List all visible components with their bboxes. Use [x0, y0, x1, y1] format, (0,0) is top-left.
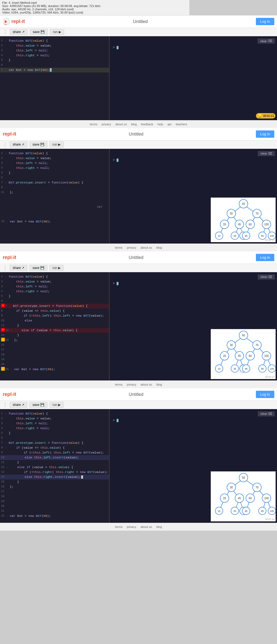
svg-text:105: 105 [270, 510, 274, 512]
footer-4: terms privacy about us blog [0, 523, 277, 531]
footer-about-1[interactable]: about us [116, 123, 127, 126]
svg-text:85: 85 [245, 235, 248, 237]
footer-blog-3[interactable]: blog [156, 383, 162, 386]
share-icon-1: ↗ [22, 30, 25, 34]
file-info-bar: File: 4. Insert Method.mp4 Size: 4399156… [0, 0, 189, 15]
login-button-4[interactable]: Log In [256, 391, 274, 398]
svg-text:50: 50 [242, 202, 245, 205]
svg-text:20: 20 [223, 497, 226, 500]
svg-text:45: 45 [238, 354, 241, 357]
run-button-1[interactable]: run ▶ [50, 29, 64, 35]
login-button-1[interactable]: Log In [256, 18, 274, 25]
file-info-line1: File: 4. Insert Method.mp4 [2, 1, 187, 4]
login-button-3[interactable]: Log In [256, 254, 274, 261]
code-line-1-4: 4 this.right = null; [0, 53, 109, 58]
code-editor-2[interactable]: 1-function BST(value) { 2 this.value = v… [0, 149, 110, 244]
output-panel-4: clear ⌫ > [110, 409, 277, 523]
menu-dots-4[interactable]: ⋮ [3, 402, 8, 408]
timestamp-badge-1: 💡 00:01:13 [256, 113, 275, 119]
share-button-3[interactable]: share ↗ [10, 265, 27, 271]
logo-2: repl›it [3, 131, 16, 137]
file-info-line2: Size: 43991567 bytes (41.95 MB), duratio… [2, 4, 187, 8]
menu-dots-3[interactable]: ⋮ [3, 265, 8, 271]
clear-button-4[interactable]: clear ⌫ [258, 411, 275, 416]
footer-about-4[interactable]: about us [141, 525, 152, 528]
code-editor-4[interactable]: 1-function BST(value) { 2 this.value = v… [0, 409, 110, 523]
footer-privacy-4[interactable]: privacy [127, 525, 136, 528]
logo-text-4: repl›it [3, 392, 16, 397]
header-3: repl›it Untitled Log In [0, 251, 277, 264]
error-icon-3-12: ✕ [1, 328, 5, 332]
footer-feedback-1[interactable]: feedback [141, 123, 153, 126]
save-button-4[interactable]: save 💾 [29, 402, 47, 408]
output-panel-1: clear ⌫ > [110, 36, 277, 120]
tree-svg-2: 50 30 70 20 45 60 100 10 35 [211, 198, 276, 242]
footer-terms-1[interactable]: terms [90, 123, 97, 126]
footer-terms-2[interactable]: terms [115, 246, 123, 249]
svg-text:10: 10 [218, 235, 220, 237]
share-button-1[interactable]: share ↗ [10, 29, 28, 35]
tree-timestamp-2: 00:02:13 [265, 239, 275, 241]
menu-dots-2[interactable]: ⋮ [3, 142, 8, 147]
login-button-2[interactable]: Log In [256, 130, 274, 138]
svg-text:85: 85 [245, 510, 248, 512]
svg-text:30: 30 [230, 344, 233, 347]
tree-timestamp-4: 00:07:13 [265, 518, 275, 521]
run-label-1: run [53, 30, 57, 34]
footer-blog-4[interactable]: blog [156, 525, 162, 528]
run-button-3[interactable]: run ▶ [50, 265, 64, 271]
footer-help-1[interactable]: help [157, 123, 163, 126]
toolbar-1: ⋮ share ↗ save 💾 run ▶ [0, 28, 277, 36]
title-4: Untitled [16, 392, 256, 397]
logo-text-3: repl›it [3, 255, 16, 260]
footer-teachers-1[interactable]: teachers [176, 123, 187, 126]
footer-blog-2[interactable]: blog [156, 246, 162, 249]
save-button-3[interactable]: save 💾 [29, 265, 47, 271]
main-content-2: 1-function BST(value) { 2 this.value = v… [0, 149, 277, 244]
share-button-4[interactable]: share ↗ [10, 402, 27, 408]
svg-text:20: 20 [223, 223, 226, 226]
timestamp-text-1: 00:01:13 [263, 114, 274, 117]
footer-terms-3[interactable]: terms [115, 383, 123, 386]
share-button-2[interactable]: share ↗ [10, 142, 27, 147]
run-button-4[interactable]: run ▶ [50, 402, 64, 408]
footer-privacy-3[interactable]: privacy [127, 383, 136, 386]
clear-button-3[interactable]: clear ⌫ [258, 274, 275, 280]
svg-text:50: 50 [242, 476, 245, 479]
footer-terms-4[interactable]: terms [115, 525, 123, 528]
footer-about-3[interactable]: about us [141, 383, 152, 386]
code-line-1-1: 1 - function BST(value) { [0, 38, 109, 43]
save-button-2[interactable]: save 💾 [29, 142, 47, 147]
output-prompt-1: > [113, 46, 117, 50]
run-button-2[interactable]: run ▶ [50, 142, 64, 147]
footer-api-1[interactable]: api [167, 123, 172, 126]
code-editor-3[interactable]: 1-function BST(value) { 2 this.value = v… [0, 272, 110, 380]
toolbar-3: ⋮ share ↗ save 💾 run ▶ [0, 264, 277, 272]
clear-label-1: clear [260, 40, 267, 43]
code-line-1-3: 3 this.left = null; [0, 48, 109, 53]
svg-text:85: 85 [261, 510, 264, 512]
code-line-1-6: 6 [0, 63, 109, 68]
svg-text:85: 85 [245, 367, 248, 370]
clear-button-2[interactable]: clear ⌫ [258, 151, 275, 156]
code-editor-1[interactable]: 1 - function BST(value) { 2 this.value =… [0, 36, 110, 120]
title-3: Untitled [16, 255, 256, 260]
clear-button-1[interactable]: clear ⌫ [258, 38, 275, 44]
svg-text:70: 70 [255, 486, 259, 489]
svg-text:85: 85 [261, 367, 264, 370]
repl-logo-icon-1: repl [3, 18, 10, 25]
footer-blog-1[interactable]: blog [131, 123, 137, 126]
menu-dots-1[interactable]: ⋮ [3, 29, 8, 35]
svg-text:60: 60 [249, 497, 252, 500]
save-button-1[interactable]: save 💾 [30, 29, 48, 35]
tree-visualization-2: 50 30 70 20 45 60 100 10 35 [211, 198, 276, 242]
footer-about-2[interactable]: about us [141, 246, 152, 249]
footer-2: terms privacy about us blog [0, 244, 277, 251]
footer-privacy-2[interactable]: privacy [127, 246, 136, 249]
svg-text:repl: repl [4, 24, 7, 25]
logo-text-1: repl›it [11, 19, 25, 24]
footer-privacy-1[interactable]: privacy [102, 123, 111, 126]
code-line-1-5: 5 } [0, 58, 109, 63]
tree-svg-3: 50 30 70 20 45 60 100 10 35 [211, 329, 276, 378]
tree-timestamp-3: 00:03:13 [265, 376, 275, 378]
